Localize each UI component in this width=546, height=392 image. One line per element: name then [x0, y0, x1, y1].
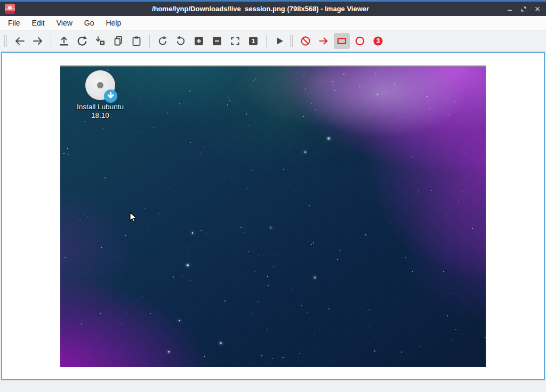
circle-annotation-icon — [354, 35, 366, 47]
restore-button[interactable] — [520, 5, 527, 13]
window-title: /home/lynp/Downloads/live_session.png (7… — [15, 5, 506, 13]
menu-go[interactable]: Go — [78, 17, 100, 29]
svg-text:3: 3 — [376, 37, 380, 45]
reload-button[interactable] — [74, 33, 90, 49]
arrow-annotation-button[interactable] — [316, 33, 332, 49]
arrow-left-icon — [14, 35, 26, 47]
close-icon — [534, 6, 541, 12]
upload-button[interactable] — [56, 33, 72, 49]
upload-icon — [58, 35, 70, 47]
menu-edit[interactable]: Edit — [26, 17, 51, 29]
toolbar-separator — [149, 35, 150, 47]
rotate-counterclockwise-button[interactable] — [173, 33, 189, 49]
zoom-in-icon — [193, 35, 205, 47]
titlebar[interactable]: /home/lynp/Downloads/live_session.png (7… — [0, 2, 546, 16]
menu-help[interactable]: Help — [100, 17, 127, 29]
disc-hole — [97, 82, 103, 88]
original-size-icon: 1 — [247, 35, 259, 47]
install-lubuntu-desktop-icon: Install Lubuntu 18.10 — [68, 70, 133, 120]
number-annotation-button[interactable]: 3 — [370, 33, 386, 49]
menu-file[interactable]: File — [2, 17, 26, 29]
no-annotation-icon — [300, 35, 311, 47]
toolbar-drag-handle[interactable] — [4, 35, 7, 47]
down-arrow-icon — [104, 89, 117, 103]
zoom-out-icon — [211, 35, 223, 47]
fit-window-icon — [229, 35, 241, 47]
slideshow-button[interactable] — [271, 33, 287, 49]
fit-window-button[interactable] — [227, 33, 243, 49]
copy-button[interactable] — [110, 33, 126, 49]
rectangle-annotation-button[interactable] — [334, 33, 350, 49]
zoom-in-button[interactable] — [191, 33, 207, 49]
number-annotation-icon: 3 — [372, 35, 384, 47]
play-icon — [274, 35, 285, 47]
save-icon — [94, 35, 106, 47]
restore-icon — [520, 6, 527, 12]
rectangle-annotation-icon — [336, 35, 348, 47]
next-button[interactable] — [30, 33, 46, 49]
reload-icon — [76, 35, 88, 47]
image-viewer-window: /home/lynp/Downloads/live_session.png (7… — [0, 0, 546, 392]
download-badge-icon — [104, 89, 117, 103]
menubar: File Edit View Go Help — [0, 16, 546, 30]
rotate-counterclockwise-icon — [175, 35, 187, 47]
toolbar: 1 3 — [0, 30, 546, 51]
paste-icon — [131, 35, 142, 47]
toolbar-drag-handle[interactable] — [290, 35, 293, 47]
image-viewer-app-icon — [5, 4, 15, 14]
previous-button[interactable] — [12, 33, 28, 49]
original-size-button[interactable]: 1 — [245, 33, 261, 49]
close-button[interactable] — [534, 5, 541, 13]
paste-button[interactable] — [129, 33, 144, 49]
copy-icon — [113, 35, 124, 47]
arrow-annotation-icon — [318, 35, 330, 47]
window-controls — [506, 5, 541, 13]
rotate-clockwise-icon — [157, 35, 168, 47]
minimize-icon — [507, 6, 513, 12]
minimize-button[interactable] — [506, 5, 513, 13]
desktop-icon-label: Install Lubuntu 18.10 — [68, 103, 133, 120]
cd-disc-icon — [85, 70, 115, 100]
desktop-icon-label-line1: Install Lubuntu — [68, 103, 133, 111]
image-canvas[interactable]: Install Lubuntu 18.10 — [1, 52, 545, 380]
save-button[interactable] — [92, 33, 108, 49]
arrow-right-icon — [32, 35, 44, 47]
circle-annotation-button[interactable] — [352, 33, 368, 49]
menu-view[interactable]: View — [51, 17, 78, 29]
mouse-cursor — [130, 212, 137, 223]
desktop-icon-label-line2: 18.10 — [68, 111, 133, 120]
viewer-area: Install Lubuntu 18.10 — [0, 51, 546, 392]
toolbar-separator — [266, 35, 267, 47]
zoom-out-button[interactable] — [209, 33, 225, 49]
svg-text:1: 1 — [252, 38, 255, 44]
toolbar-separator — [51, 35, 51, 47]
displayed-image: Install Lubuntu 18.10 — [60, 66, 486, 367]
no-annotation-button[interactable] — [298, 33, 314, 49]
rotate-clockwise-button[interactable] — [155, 33, 171, 49]
